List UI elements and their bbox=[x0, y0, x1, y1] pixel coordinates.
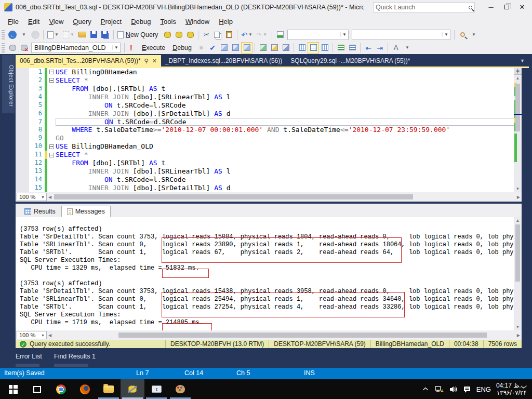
results-to-grid-icon[interactable] bbox=[308, 42, 319, 54]
breakpoint-margin[interactable] bbox=[16, 118, 29, 126]
document-tab-0[interactable]: 006_dbo.SRTbl_Tes...20BFVH\SARA (59))*⚲✕ bbox=[16, 55, 161, 66]
close-button[interactable]: ✕ bbox=[514, 1, 530, 12]
scrollbar-thumb[interactable] bbox=[118, 332, 487, 338]
editor-zoom-select[interactable]: 100 % ▼ bbox=[17, 193, 47, 201]
fold-margin[interactable] bbox=[47, 85, 56, 93]
breakpoint-margin[interactable] bbox=[16, 110, 29, 118]
document-tab-2[interactable]: SQLQuery29.sql -...M20BFVH\SARA (55))* bbox=[286, 55, 414, 66]
quick-launch-input[interactable]: Quick Launch bbox=[373, 2, 475, 12]
database-combo[interactable]: BillingDBHamedan_OLD▼ bbox=[31, 43, 121, 53]
minimize-button[interactable]: ─ bbox=[483, 1, 499, 12]
results-pane-tab-results[interactable]: Results bbox=[19, 206, 61, 217]
editor-vertical-scrollbar[interactable]: ╪ ▲ ▼ bbox=[514, 68, 522, 192]
scrollbar-thumb[interactable] bbox=[54, 194, 413, 200]
fold-margin[interactable] bbox=[47, 126, 56, 134]
fold-margin[interactable] bbox=[47, 159, 56, 167]
debug-button[interactable]: Debug bbox=[169, 42, 195, 54]
new-query-button[interactable]: New Query bbox=[116, 29, 162, 41]
collapse-icon[interactable] bbox=[49, 70, 54, 74]
redo-icon[interactable]: ↷▼ bbox=[255, 29, 270, 41]
new-file-icon[interactable]: ▼ bbox=[46, 29, 61, 41]
hscroll-right-icon[interactable]: ▶ bbox=[515, 333, 522, 338]
execute-button[interactable]: Execute bbox=[138, 42, 169, 54]
change-connection-icon[interactable] bbox=[7, 42, 18, 54]
menu-project[interactable]: Project bbox=[96, 16, 126, 28]
breakpoint-margin[interactable] bbox=[16, 101, 29, 110]
nav-forward-icon[interactable]: → bbox=[30, 29, 41, 41]
messages-pane[interactable]: (3753 row(s) affected)Table 'SrDetailTbl… bbox=[16, 217, 522, 330]
intellisense-icon[interactable] bbox=[241, 42, 252, 54]
performance-monitor-button[interactable] bbox=[144, 379, 168, 399]
add-item-icon[interactable]: ▼ bbox=[61, 29, 77, 41]
new-mdx-query-icon[interactable] bbox=[162, 29, 173, 41]
messages-horizontal-scrollbar[interactable] bbox=[54, 331, 514, 339]
breakpoint-margin[interactable] bbox=[16, 85, 29, 93]
scrollbar-thumb[interactable] bbox=[515, 224, 520, 282]
cut-icon[interactable]: ✂ bbox=[201, 29, 212, 41]
breakpoint-margin[interactable] bbox=[16, 126, 29, 134]
change-case-icon[interactable]: A bbox=[390, 42, 402, 54]
include-actual-plan-icon[interactable] bbox=[257, 42, 269, 54]
query-options-icon[interactable] bbox=[230, 42, 241, 54]
language-indicator[interactable]: ENG bbox=[476, 385, 491, 393]
toolbar-combo-1[interactable]: ▼ bbox=[287, 30, 349, 40]
file-explorer-button[interactable] bbox=[97, 379, 121, 399]
menu-file[interactable]: File bbox=[3, 16, 23, 28]
scroll-down-icon[interactable]: ▼ bbox=[514, 324, 522, 330]
collapse-icon[interactable] bbox=[49, 153, 54, 157]
results-pane-tab-messages[interactable]: Messages bbox=[61, 206, 111, 217]
hscroll-right-icon[interactable]: ▶ bbox=[515, 195, 522, 200]
ssms-button[interactable] bbox=[121, 379, 144, 399]
increase-indent-icon[interactable]: ⇥ bbox=[374, 42, 385, 54]
messages-vertical-scrollbar[interactable]: ▲ ▼ bbox=[514, 217, 522, 330]
disconnect-icon[interactable] bbox=[18, 42, 30, 54]
object-explorer-tab[interactable]: Object Explorer bbox=[2, 55, 15, 113]
execute-alert-icon[interactable]: ! bbox=[127, 42, 138, 54]
menu-query[interactable]: Query bbox=[68, 16, 96, 28]
breakpoint-margin[interactable] bbox=[16, 151, 29, 159]
breakpoint-margin[interactable] bbox=[16, 134, 29, 142]
comment-icon[interactable] bbox=[335, 42, 347, 54]
breakpoint-margin[interactable] bbox=[16, 184, 29, 192]
new-xmla-query-icon[interactable] bbox=[184, 29, 196, 41]
start-button[interactable] bbox=[1, 379, 25, 399]
save-all-icon[interactable] bbox=[100, 29, 111, 41]
copy-icon[interactable] bbox=[212, 29, 223, 41]
paste-icon[interactable] bbox=[223, 29, 235, 41]
fold-margin[interactable] bbox=[47, 76, 56, 85]
toolbar1-overflow[interactable]: ▼ bbox=[468, 29, 480, 41]
toolbar-grip[interactable] bbox=[2, 30, 5, 39]
paint-button[interactable] bbox=[168, 379, 192, 399]
fold-margin[interactable] bbox=[47, 167, 56, 176]
toolbar-grip[interactable] bbox=[2, 43, 5, 52]
scrollbar-thumb[interactable] bbox=[515, 84, 520, 131]
stop-icon[interactable]: ■ bbox=[195, 42, 207, 54]
fold-margin[interactable] bbox=[47, 184, 56, 192]
fold-margin[interactable] bbox=[47, 142, 56, 151]
breakpoint-margin[interactable] bbox=[16, 159, 29, 167]
scroll-up-icon[interactable]: ▲ bbox=[514, 75, 522, 82]
firefox-button[interactable] bbox=[73, 379, 97, 399]
menu-tools[interactable]: Tools bbox=[156, 16, 181, 28]
volume-icon[interactable] bbox=[449, 385, 458, 393]
chrome-button[interactable] bbox=[49, 379, 73, 399]
notification-icon[interactable] bbox=[463, 385, 471, 393]
save-icon[interactable] bbox=[88, 29, 100, 41]
network-warning-icon[interactable] bbox=[434, 385, 444, 393]
document-tab-1[interactable]: _DBPT_Indexes.sql...20BFVH\SARA (56)) bbox=[161, 55, 286, 66]
results-to-file-icon[interactable] bbox=[319, 42, 330, 54]
menu-edit[interactable]: Edit bbox=[23, 16, 44, 28]
new-dmx-query-icon[interactable] bbox=[173, 29, 184, 41]
hscroll-left-icon[interactable]: ◀ bbox=[47, 195, 53, 200]
undo-icon[interactable]: ↶▼ bbox=[240, 29, 255, 41]
hscroll-left-icon[interactable]: ◀ bbox=[47, 333, 53, 338]
breakpoint-margin[interactable] bbox=[16, 142, 29, 151]
include-statistics-icon[interactable] bbox=[269, 42, 280, 54]
close-tab-icon[interactable]: ✕ bbox=[152, 58, 157, 64]
tray-chevron-up-icon[interactable] bbox=[422, 385, 429, 393]
fold-margin[interactable] bbox=[47, 68, 56, 76]
breakpoint-margin[interactable] bbox=[16, 176, 29, 184]
scroll-down-icon[interactable]: ▼ bbox=[514, 185, 522, 192]
find-icon[interactable] bbox=[457, 29, 468, 41]
fold-margin[interactable] bbox=[47, 118, 56, 126]
